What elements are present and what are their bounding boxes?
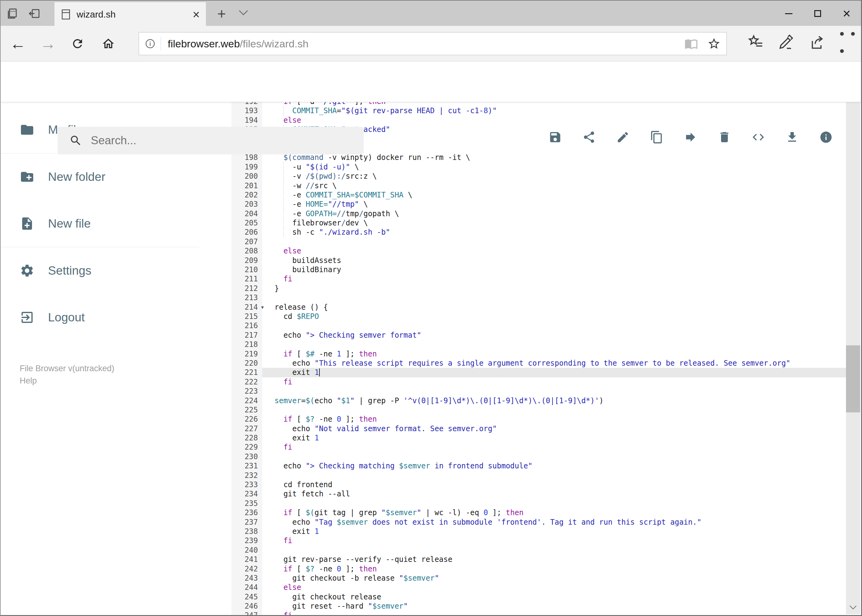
- code-line-text[interactable]: fi: [262, 274, 846, 284]
- code-line-text[interactable]: git reset --hard "$semver": [262, 602, 846, 611]
- code-line-text[interactable]: -e COMMIT_SHA=$COMMIT_SHA \: [262, 190, 846, 200]
- code-line[interactable]: 199 -u "$(id -u)" \: [232, 162, 846, 171]
- code-line-text[interactable]: filebrowser/dev \: [262, 218, 846, 228]
- scrollbar-thumb[interactable]: [846, 346, 860, 412]
- code-line[interactable]: 239 fi: [232, 536, 846, 545]
- tab-list-chevron-icon[interactable]: [238, 9, 249, 17]
- code-line-text[interactable]: [262, 293, 846, 302]
- code-line-text[interactable]: echo "Tag $semver does not exist in subm…: [262, 518, 846, 527]
- code-line[interactable]: 206 sh -c "./wizard.sh -b": [232, 228, 846, 237]
- save-button[interactable]: [548, 130, 562, 144]
- code-line[interactable]: 203 -e HOME="//tmp" \: [232, 200, 846, 209]
- code-line[interactable]: 225: [232, 405, 846, 415]
- code-line[interactable]: 228 exit 1: [232, 433, 846, 443]
- code-line-text[interactable]: cd $REPO: [262, 312, 846, 321]
- code-line-text[interactable]: echo "> Checking matching $semver in fro…: [262, 461, 846, 470]
- delete-button[interactable]: [718, 130, 731, 144]
- code-line[interactable]: 194 else: [232, 116, 846, 125]
- code-line-text[interactable]: -e GOPATH=//tmp/gopath \: [262, 209, 846, 218]
- help-link[interactable]: Help: [20, 375, 115, 387]
- code-line[interactable]: 193 COMMIT_SHA="$(git rev-parse HEAD | c…: [232, 106, 846, 115]
- sidebar-item-new-folder[interactable]: New folder: [1, 154, 199, 200]
- minimize-button[interactable]: [774, 1, 803, 27]
- code-line-text[interactable]: [262, 545, 846, 555]
- code-line-text[interactable]: buildBinary: [262, 265, 846, 274]
- code-line-text[interactable]: exit 1: [262, 368, 846, 377]
- favorite-star-icon[interactable]: [707, 37, 721, 50]
- set-tabs-aside-icon[interactable]: [28, 7, 41, 20]
- code-line-text[interactable]: [262, 452, 846, 461]
- code-line-text[interactable]: if [ $? -ne 0 ]; then: [262, 415, 846, 424]
- sidebar-item-settings[interactable]: Settings: [1, 247, 199, 294]
- code-line-text[interactable]: COMMIT_SHA="$(git rev-parse HEAD | cut -…: [262, 106, 846, 115]
- code-line[interactable]: 216: [232, 321, 846, 330]
- code-line-text[interactable]: [262, 237, 846, 246]
- code-line[interactable]: 221 exit 1: [232, 368, 846, 377]
- code-line-text[interactable]: if [ -d "/.git" ]; then: [262, 102, 846, 106]
- browser-tab[interactable]: wizard.sh ×: [55, 2, 206, 27]
- code-line-text[interactable]: git checkout release: [262, 592, 846, 602]
- code-line[interactable]: 247 fi: [232, 611, 846, 615]
- code-line-text[interactable]: exit 1: [262, 527, 846, 536]
- new-tab-button[interactable]: +: [212, 4, 231, 23]
- share-page-icon[interactable]: [809, 34, 826, 51]
- code-line-text[interactable]: -w //src \: [262, 181, 846, 190]
- code-line[interactable]: 243 git checkout -b release "$semver": [232, 574, 846, 583]
- code-line[interactable]: 234 git fetch --all: [232, 489, 846, 498]
- code-line[interactable]: 240: [232, 545, 846, 555]
- close-window-button[interactable]: ×: [832, 1, 861, 27]
- code-line[interactable]: 242 if [ $? -ne 0 ]; then: [232, 564, 846, 574]
- code-line-text[interactable]: if [ $? -ne 0 ]; then: [262, 564, 846, 574]
- code-line[interactable]: 204 -e GOPATH=//tmp/gopath \: [232, 209, 846, 218]
- code-line[interactable]: 222 fi: [232, 377, 846, 387]
- code-line-text[interactable]: echo "> Checking semver format": [262, 331, 846, 340]
- code-line[interactable]: 214▾release () {: [232, 303, 846, 312]
- code-line-text[interactable]: else: [262, 583, 846, 592]
- code-line-text[interactable]: if [ $(git tag | grep "$semver" | wc -l)…: [262, 508, 846, 517]
- move-button[interactable]: [684, 130, 697, 144]
- code-line[interactable]: 202 -e COMMIT_SHA=$COMMIT_SHA \: [232, 190, 846, 200]
- code-line-text[interactable]: git rev-parse --verify --quiet release: [262, 555, 846, 564]
- code-line-text[interactable]: -e HOME="//tmp" \: [262, 200, 846, 209]
- refresh-button[interactable]: [68, 34, 87, 53]
- code-line[interactable]: 224semver=$(echo "$1" | grep -P '^v(0|[1…: [232, 396, 846, 405]
- code-line-text[interactable]: sh -c "./wizard.sh -b": [262, 228, 846, 237]
- code-line-text[interactable]: [262, 405, 846, 415]
- code-line-text[interactable]: buildAssets: [262, 256, 846, 265]
- code-line-text[interactable]: release () {: [262, 303, 846, 312]
- code-line[interactable]: 205 filebrowser/dev \: [232, 218, 846, 228]
- url-text[interactable]: filebrowser.web/files/wizard.sh: [168, 38, 684, 50]
- code-line-text[interactable]: echo "This release script requires a sin…: [262, 358, 846, 368]
- code-line-text[interactable]: [262, 340, 846, 349]
- info-button[interactable]: [819, 130, 833, 144]
- reading-view-icon[interactable]: [684, 37, 698, 50]
- code-line-text[interactable]: else: [262, 246, 846, 256]
- code-line-text[interactable]: cd frontend: [262, 480, 846, 489]
- code-line[interactable]: 200 -v /$(pwd):/src:z \: [232, 171, 846, 181]
- code-line[interactable]: 207: [232, 237, 846, 246]
- code-line-text[interactable]: [262, 321, 846, 330]
- code-line[interactable]: 229 fi: [232, 443, 846, 452]
- code-line[interactable]: 211 fi: [232, 274, 846, 284]
- tab-preview-icon[interactable]: [6, 7, 19, 20]
- home-button[interactable]: [98, 34, 118, 53]
- hub-favorites-icon[interactable]: [747, 34, 764, 51]
- code-line[interactable]: 226 if [ $? -ne 0 ]; then: [232, 415, 846, 424]
- code-line[interactable]: 215 cd $REPO: [232, 312, 846, 321]
- code-line-text[interactable]: -v /$(pwd):/src:z \: [262, 171, 846, 181]
- code-line-text[interactable]: else: [262, 116, 846, 125]
- code-line-text[interactable]: [262, 471, 846, 480]
- copy-button[interactable]: [650, 130, 663, 144]
- code-line[interactable]: 236 if [ $(git tag | grep "$semver" | wc…: [232, 508, 846, 517]
- code-line[interactable]: 192 if [ -d "/.git" ]; then: [232, 102, 846, 106]
- code-editor[interactable]: 192 if [ -d "/.git" ]; then193 COMMIT_SH…: [232, 102, 846, 615]
- tab-close-icon[interactable]: ×: [193, 8, 200, 20]
- code-line[interactable]: 233 cd frontend: [232, 480, 846, 489]
- annotate-pen-icon[interactable]: [778, 34, 795, 51]
- code-line[interactable]: 209 buildAssets: [232, 256, 846, 265]
- code-line[interactable]: 212}: [232, 284, 846, 293]
- rename-button[interactable]: [616, 130, 630, 144]
- version-link[interactable]: File Browser v(untracked): [20, 362, 115, 375]
- code-line-text[interactable]: semver=$(echo "$1" | grep -P '^v(0|[1-9]…: [262, 396, 846, 405]
- code-line[interactable]: 210 buildBinary: [232, 265, 846, 274]
